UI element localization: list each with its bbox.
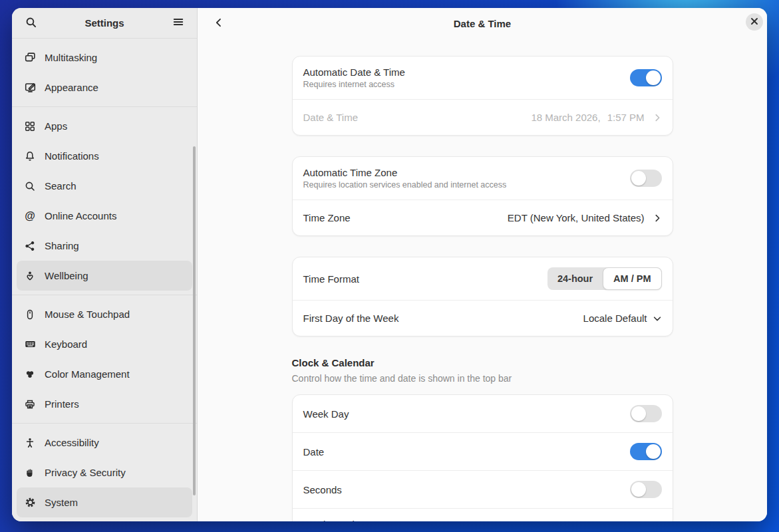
- timezone-card: Automatic Time Zone Requires location se…: [292, 156, 673, 236]
- page-content: Automatic Date & Time Requires internet …: [198, 39, 767, 521]
- row-text: First Day of the Week: [303, 313, 575, 324]
- mouse-icon: [24, 309, 36, 321]
- row-title: Seconds: [303, 484, 622, 495]
- sidebar-item-color-management[interactable]: Color Management: [17, 359, 192, 389]
- auto-timezone-toggle[interactable]: [630, 170, 662, 187]
- chevron-down-icon: [653, 314, 662, 323]
- sidebar-item-keyboard[interactable]: Keyboard: [17, 329, 192, 359]
- sidebar-item-label: Multitasking: [45, 52, 97, 63]
- first-day-row[interactable]: First Day of the Week Locale Default: [293, 300, 673, 336]
- apps-grid-icon: [24, 120, 36, 132]
- appearance-icon: [24, 82, 36, 94]
- sidebar-item-label: Printers: [45, 398, 79, 410]
- toggle-knob: [631, 406, 646, 421]
- datetime-card: Automatic Date & Time Requires internet …: [292, 56, 673, 136]
- sidebar-item-sharing[interactable]: Sharing: [17, 231, 192, 261]
- sidebar-item-label: Apps: [45, 120, 67, 132]
- at-sign-icon: @: [24, 210, 36, 222]
- back-chevron-icon: [214, 17, 224, 30]
- multitasking-icon: [24, 52, 36, 64]
- back-button[interactable]: [208, 13, 230, 34]
- hand-icon: [24, 467, 36, 479]
- sidebar-item-notifications[interactable]: Notifications: [17, 141, 192, 171]
- week-day-toggle[interactable]: [630, 405, 662, 422]
- sidebar-item-label: Mouse & Touchpad: [45, 309, 130, 320]
- clock-calendar-section: Clock & Calendar Control how the time an…: [292, 357, 673, 384]
- sidebar-item-label: Notifications: [45, 150, 99, 162]
- sidebar-header: Settings: [12, 8, 197, 39]
- nav-group-personalization: Multitasking Appearance: [12, 39, 197, 107]
- sidebar-item-search[interactable]: Search: [17, 171, 192, 201]
- clock-calendar-card: Week Day Date Seconds: [292, 394, 673, 521]
- chevron-right-icon: [653, 113, 662, 122]
- sidebar-item-multitasking[interactable]: Multitasking: [17, 43, 192, 72]
- row-text: Week Day: [303, 408, 622, 420]
- datetime-row[interactable]: Date & Time 18 March 2026,1:57 PM: [293, 99, 673, 135]
- sidebar-item-label: Sharing: [45, 240, 79, 251]
- timezone-row[interactable]: Time Zone EDT (New York, United States): [293, 200, 673, 235]
- sidebar-item-online-accounts[interactable]: @ Online Accounts: [17, 201, 192, 231]
- row-text: Automatic Time Zone Requires location se…: [303, 167, 622, 190]
- chevron-right-icon: [653, 213, 662, 223]
- sidebar-item-label: Search: [45, 180, 77, 192]
- auto-datetime-toggle[interactable]: [630, 69, 662, 86]
- share-icon: [24, 240, 36, 252]
- page-title: Date & Time: [198, 18, 767, 29]
- segment-24-hour[interactable]: 24-hour: [547, 267, 603, 290]
- sidebar-item-privacy-security[interactable]: Privacy & Security: [17, 458, 192, 487]
- sidebar-item-label: Accessibility: [45, 437, 99, 448]
- date-toggle[interactable]: [630, 443, 662, 460]
- week-numbers-row: Week Numbers Shown in the dropdown calen…: [293, 508, 673, 521]
- sidebar-item-label: Privacy & Security: [45, 467, 126, 478]
- nav-group-devices: Mouse & Touchpad Keyboard Color Manageme…: [12, 295, 197, 424]
- nav-group-apps: Apps Notifications Search @ Online A: [12, 107, 197, 295]
- auto-datetime-row: Automatic Date & Time Requires internet …: [293, 57, 673, 99]
- seconds-toggle[interactable]: [630, 481, 662, 498]
- search-icon: [24, 180, 36, 192]
- section-title: Clock & Calendar: [292, 357, 673, 368]
- toggle-knob: [646, 70, 661, 85]
- printer-icon: [24, 398, 36, 410]
- row-title: Automatic Date & Time: [303, 66, 622, 78]
- first-day-value: Locale Default: [583, 313, 647, 324]
- row-title: Date & Time: [303, 112, 524, 123]
- sidebar-scrollbar[interactable]: [193, 146, 196, 495]
- close-icon: [750, 17, 758, 27]
- row-text: Seconds: [303, 484, 622, 495]
- sidebar-item-printers[interactable]: Printers: [17, 389, 192, 419]
- sidebar-nav: Multitasking Appearance Apps: [12, 39, 197, 521]
- hamburger-icon: [172, 16, 184, 30]
- color-circles-icon: [24, 368, 36, 380]
- row-text: Time Zone: [303, 212, 500, 223]
- sidebar-item-accessibility[interactable]: Accessibility: [17, 428, 192, 458]
- row-text: Date & Time: [303, 112, 524, 123]
- first-day-dropdown[interactable]: Locale Default: [583, 313, 662, 324]
- header-bar: Date & Time: [198, 8, 767, 39]
- menu-button[interactable]: [168, 13, 189, 34]
- search-button[interactable]: [20, 13, 41, 34]
- settings-window: Settings Multitasking: [12, 8, 767, 521]
- sidebar-item-appearance[interactable]: Appearance: [17, 72, 192, 102]
- date-row: Date: [293, 432, 673, 470]
- row-text: Week Numbers Shown in the dropdown calen…: [303, 519, 622, 521]
- row-text: Time Format: [303, 273, 540, 285]
- wellbeing-icon: [24, 270, 36, 282]
- sidebar-item-label: Color Management: [45, 368, 130, 380]
- main-pane: Date & Time Automatic Date & Time Requir…: [198, 8, 767, 521]
- sidebar-item-label: Keyboard: [45, 338, 87, 350]
- row-text: Date: [303, 446, 622, 458]
- segment-am-pm[interactable]: AM / PM: [603, 267, 661, 290]
- accessibility-icon: [24, 437, 36, 449]
- sidebar-item-apps[interactable]: Apps: [17, 111, 192, 141]
- close-button[interactable]: [746, 13, 763, 31]
- row-title: Week Day: [303, 408, 622, 420]
- toggle-knob: [631, 482, 646, 497]
- sidebar-item-system[interactable]: System: [17, 487, 192, 517]
- row-subtitle: Requires internet access: [303, 80, 622, 89]
- sidebar-item-wellbeing[interactable]: Wellbeing: [17, 261, 192, 291]
- sidebar-item-label: Online Accounts: [45, 210, 116, 221]
- auto-timezone-row: Automatic Time Zone Requires location se…: [293, 157, 673, 200]
- sidebar-item-mouse-touchpad[interactable]: Mouse & Touchpad: [17, 299, 192, 329]
- timezone-value: EDT (New York, United States): [508, 212, 645, 223]
- row-text: Automatic Date & Time Requires internet …: [303, 66, 622, 89]
